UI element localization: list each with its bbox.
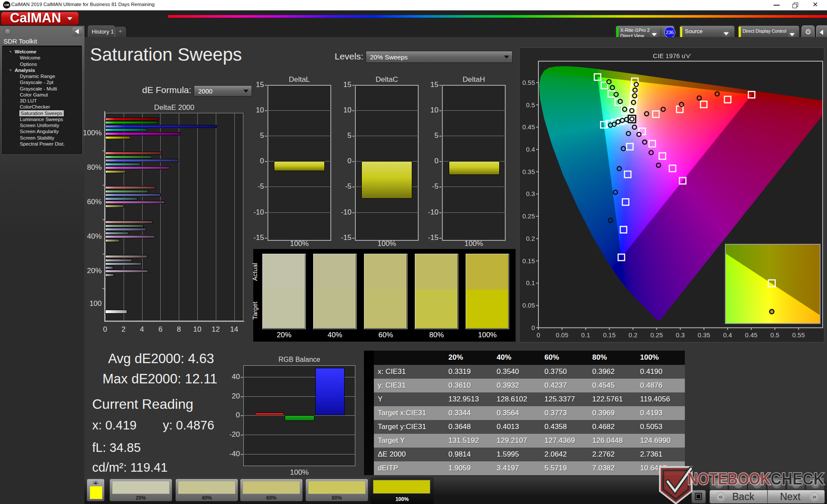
svg-text:CHECK: CHECK [771, 470, 825, 488]
svg-text:NOTEBOOK: NOTEBOOK [687, 470, 771, 488]
